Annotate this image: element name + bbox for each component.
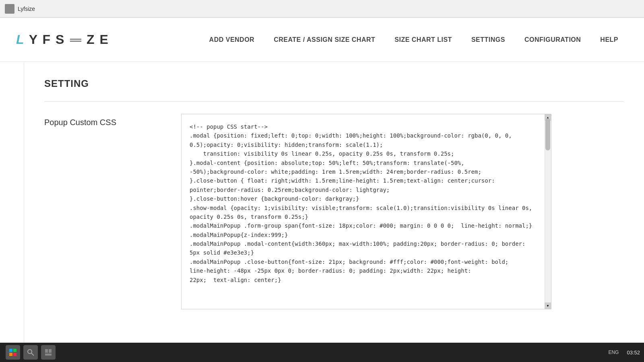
logo-letter-s: S [56, 32, 65, 47]
taskbar-search-icon[interactable] [23, 345, 38, 360]
logo-letter-y: Y [29, 32, 38, 47]
nav-create-assign[interactable]: CREATE / ASSIGN SIZE CHART [264, 36, 385, 43]
logo: L Y F S Z E [16, 32, 109, 47]
css-textarea[interactable]: <!-- popup CSS start--> .modal {position… [182, 114, 551, 307]
nav-menu: ADD VENDOR CREATE / ASSIGN SIZE CHART SI… [200, 36, 628, 43]
svg-rect-11 [49, 349, 52, 353]
svg-rect-12 [45, 354, 52, 356]
svg-line-9 [31, 353, 34, 356]
left-sidebar [0, 62, 24, 362]
scrollbar-arrow-down[interactable]: ▼ [545, 302, 551, 309]
scrollbar-thumb[interactable] [545, 118, 550, 150]
logo-lines-icon [70, 37, 81, 44]
content-area: SETTING Popup Custom CSS <!-- popup CSS … [24, 62, 644, 362]
navbar: L Y F S Z E ADD VENDOR CREATE / ASSIGN S… [0, 18, 644, 62]
css-textarea-container: <!-- popup CSS start--> .modal {position… [181, 114, 551, 309]
nav-size-chart-list[interactable]: SIZE CHART LIST [385, 36, 462, 43]
svg-rect-1 [10, 6, 12, 8]
svg-rect-6 [9, 353, 12, 356]
main-content: SETTING Popup Custom CSS <!-- popup CSS … [0, 62, 644, 362]
taskbar-start-icon[interactable] [6, 345, 20, 360]
svg-rect-5 [13, 349, 17, 352]
logo-letter-z: Z [87, 32, 95, 47]
section-title: SETTING [44, 78, 624, 89]
svg-rect-4 [9, 349, 12, 352]
svg-rect-7 [13, 353, 17, 356]
taskbar-clock: 03:52 [627, 350, 640, 356]
divider [44, 101, 624, 102]
form-row: Popup Custom CSS <!-- popup CSS start-->… [44, 114, 624, 309]
nav-add-vendor[interactable]: ADD VENDOR [200, 36, 264, 43]
nav-help[interactable]: HELP [590, 36, 628, 43]
logo-letter-f: F [43, 32, 52, 47]
taskbar-right: ENG 03:52 [608, 350, 640, 356]
taskbar: ENG 03:52 [0, 343, 644, 362]
svg-rect-0 [7, 6, 9, 8]
svg-rect-10 [45, 349, 48, 353]
svg-rect-2 [7, 9, 9, 12]
svg-point-8 [28, 350, 32, 354]
svg-rect-3 [10, 9, 12, 12]
taskbar-lang: ENG [608, 350, 619, 355]
logo-letter-l: L [16, 32, 25, 47]
taskbar-files-icon[interactable] [41, 345, 56, 360]
title-bar: Lyfsize [0, 0, 644, 18]
css-label: Popup Custom CSS [44, 114, 165, 127]
app-title: Lyfsize [18, 6, 35, 12]
app-icon [5, 4, 14, 14]
scrollbar-track[interactable]: ▲ ▼ [545, 114, 551, 309]
logo-letter-e: E [100, 32, 109, 47]
nav-settings[interactable]: SETTINGS [462, 36, 515, 43]
nav-configuration[interactable]: CONFIGURATION [515, 36, 590, 43]
